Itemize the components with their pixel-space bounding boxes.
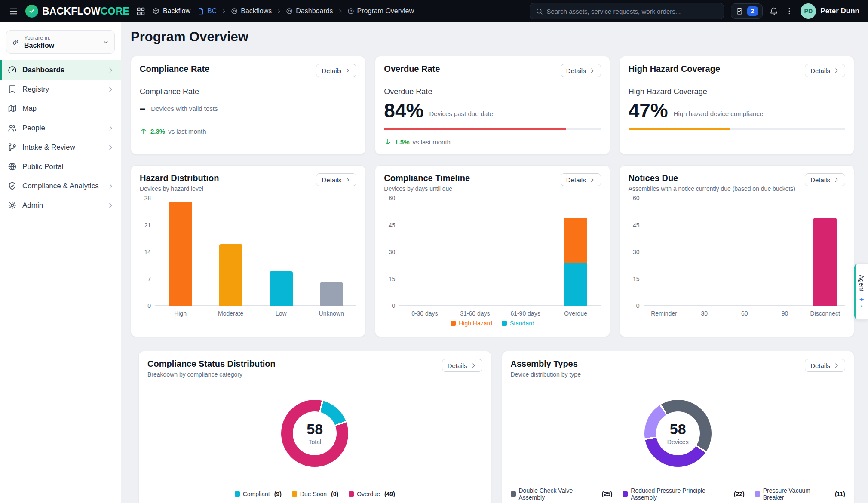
chevron-right-icon [833, 362, 840, 369]
avatar: PD [801, 3, 816, 19]
breadcrumb-item[interactable]: Program Overview [347, 7, 414, 15]
gear-icon [8, 201, 17, 210]
donut-total-label: Devices [667, 439, 689, 445]
bar [219, 244, 242, 306]
y-axis-tick: 0 [392, 302, 396, 309]
legend-label: Reduced Pressure Principle Assembly [631, 487, 729, 501]
y-axis-tick: 30 [633, 248, 640, 255]
details-button[interactable]: Details [805, 64, 845, 77]
bar-column [500, 198, 550, 306]
legend-swatch [349, 491, 354, 497]
notifications-button[interactable] [770, 7, 778, 15]
breadcrumb-item[interactable]: Backflows [231, 7, 272, 15]
metric-label: Compliance Rate [140, 87, 356, 96]
context-value: Backflow [24, 42, 54, 49]
y-axis-tick: 45 [389, 222, 396, 229]
sidebar-item-intake-review[interactable]: Intake & Review [0, 138, 121, 157]
chevron-down-icon [102, 39, 109, 46]
agent-panel-tab[interactable]: Agent ✦ ✦ [854, 263, 868, 320]
details-label: Details [566, 176, 586, 184]
details-label: Details [322, 176, 341, 184]
chart-legend: Compliant(9)Due Soon(0)Overdue(49) [147, 489, 482, 499]
registry-icon [8, 85, 17, 94]
metrics-row: Compliance Rate Details Compliance Rate … [131, 56, 854, 155]
chevron-right-icon [344, 177, 351, 183]
search-input[interactable] [547, 8, 718, 15]
legend-swatch [451, 321, 456, 326]
arrow-up-icon [140, 127, 147, 135]
chart-legend: Double Check Valve Assembly(25)Reduced P… [511, 489, 846, 499]
x-axis-label: Disconnect [805, 306, 845, 318]
y-axis-tick: 0 [147, 302, 151, 309]
x-axis-label: Reminder [644, 306, 684, 318]
details-button[interactable]: Details [442, 359, 482, 372]
card-title: Assembly Types [511, 359, 581, 369]
y-axis: 015304560 [384, 198, 399, 306]
legend-swatch [511, 491, 516, 497]
bar-columns [644, 198, 845, 306]
chevron-right-icon [589, 67, 595, 74]
user-name: Peter Dunn [820, 7, 859, 15]
breadcrumb-item[interactable]: BC [197, 7, 217, 15]
breadcrumb-label: Dashboards [296, 7, 333, 15]
global-search[interactable] [530, 3, 724, 19]
sidebar-item-label: Registry [22, 85, 49, 94]
legend-swatch [235, 491, 240, 497]
donut-total-value: 58 [307, 421, 323, 437]
chevron-right-icon [344, 67, 351, 74]
portal-icon [8, 162, 17, 171]
bar [813, 218, 837, 306]
workspace-label[interactable]: Backflow [152, 7, 190, 15]
chevron-right-icon [221, 9, 227, 14]
trend-value: 2.3% [150, 128, 165, 135]
details-button[interactable]: Details [805, 359, 845, 372]
sidebar-item-registry[interactable]: Registry [0, 80, 121, 99]
legend-label: Standard [510, 320, 534, 327]
details-button[interactable]: Details [316, 173, 356, 186]
legend-swatch [755, 491, 760, 497]
workspace-switcher[interactable]: You are in: Backflow [6, 30, 115, 54]
x-axis-label: High [155, 306, 205, 318]
shield-icon [8, 181, 17, 190]
breadcrumb-item[interactable]: Dashboards [286, 7, 333, 15]
details-button[interactable]: Details [316, 64, 356, 77]
card-title: Compliance Status Distribution [147, 359, 276, 369]
compliance-status-distribution-card: Compliance Status Distribution Breakdown… [138, 351, 491, 503]
details-button[interactable]: Details [561, 64, 601, 77]
legend-swatch [502, 321, 507, 326]
sidebar-item-people[interactable]: People [0, 118, 121, 138]
bar-column [306, 198, 356, 306]
tasks-button[interactable]: 2 [731, 3, 763, 19]
sidebar-item-compliance-analytics[interactable]: Compliance & Analytics [0, 176, 121, 196]
sidebar-item-map[interactable]: Map [0, 99, 121, 118]
sidebar-item-public-portal[interactable]: Public Portal [0, 157, 121, 176]
card-title: Compliance Rate [140, 64, 209, 74]
chevron-right-icon [589, 177, 595, 183]
x-axis-label: 0-30 days [399, 306, 450, 318]
context-icon [12, 38, 19, 46]
sidebar-item-dashboards[interactable]: Dashboards [0, 60, 121, 80]
chevron-right-icon [107, 202, 114, 209]
trend: 1.5% vs last month [384, 138, 601, 146]
bar-column [399, 198, 450, 306]
app-launcher-button[interactable] [136, 7, 145, 16]
sidebar-item-label: Intake & Review [22, 143, 75, 152]
more-options-button[interactable] [785, 7, 794, 15]
plot-area [155, 198, 356, 306]
card-subtitle: Devices by days until due [384, 185, 470, 192]
user-menu[interactable]: PD Peter Dunn [801, 3, 859, 19]
x-axis-label: Low [256, 306, 306, 318]
workspace-name: Backflow [163, 7, 190, 15]
chart-legend [629, 318, 845, 329]
y-axis-tick: 60 [633, 195, 640, 202]
hamburger-menu-button[interactable] [9, 6, 18, 16]
search-icon [536, 8, 543, 15]
app-logo[interactable]: BACKFLOWCORE [25, 5, 129, 18]
sidebar-item-admin[interactable]: Admin [0, 196, 121, 215]
plot-area [644, 198, 845, 306]
bar-chart: 07142128 HighModerateLowUnknown [140, 198, 356, 318]
details-button[interactable]: Details [805, 173, 845, 186]
x-axis-label: 31-60 days [450, 306, 500, 318]
high-hazard-coverage-card: High Hazard Coverage Details High Hazard… [620, 56, 854, 155]
details-button[interactable]: Details [561, 173, 601, 186]
